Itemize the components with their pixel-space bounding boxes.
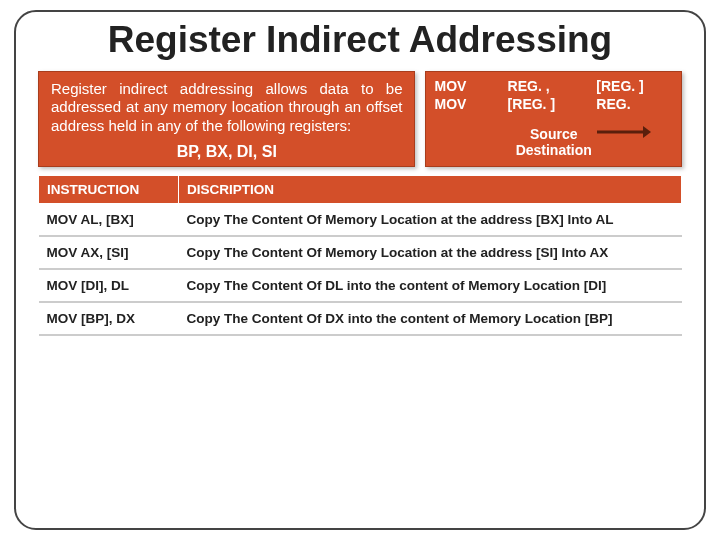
arrow-icon: [593, 123, 651, 141]
syntax-grid: MOV REG. , [REG. ] MOV [REG. ] REG.: [434, 78, 673, 112]
syntax-dst-2: [REG. ]: [508, 96, 585, 112]
slide: Register Indirect Addressing Register in…: [0, 0, 720, 540]
syntax-mov-1: MOV: [434, 78, 495, 94]
instruction-table: INSTRUCTION DISCRIPTION MOV AL, [BX] Cop…: [38, 175, 682, 336]
syntax-box: MOV REG. , [REG. ] MOV [REG. ] REG. Sour…: [425, 71, 682, 167]
table-header-row: INSTRUCTION DISCRIPTION: [39, 175, 682, 203]
th-description: DISCRIPTION: [179, 175, 682, 203]
th-instruction: INSTRUCTION: [39, 175, 179, 203]
cell-instr: MOV [BP], DX: [39, 302, 179, 335]
caption-dest: Destination: [434, 142, 673, 158]
syntax-dst-1: REG. ,: [508, 78, 585, 94]
table-row: MOV AX, [SI] Copy The Content Of Memory …: [39, 236, 682, 269]
cell-instr: MOV AX, [SI]: [39, 236, 179, 269]
table-row: MOV [BP], DX Copy The Content Of DX into…: [39, 302, 682, 335]
syntax-mov-2: MOV: [434, 96, 495, 112]
syntax-src-1: [REG. ]: [596, 78, 673, 94]
description-text: Register indirect addressing allows data…: [51, 80, 402, 135]
cell-desc: Copy The Content Of DX into the content …: [179, 302, 682, 335]
cell-instr: MOV AL, [BX]: [39, 203, 179, 236]
source-dest-caption: Source Destination: [434, 126, 673, 158]
svg-marker-1: [643, 126, 651, 138]
cell-desc: Copy The Content Of Memory Location at t…: [179, 236, 682, 269]
description-box: Register indirect addressing allows data…: [38, 71, 415, 167]
table-row: MOV [DI], DL Copy The Content Of DL into…: [39, 269, 682, 302]
top-row: Register indirect addressing allows data…: [38, 71, 682, 167]
registers-list: BP, BX, DI, SI: [51, 142, 402, 162]
cell-desc: Copy The Content Of DL into the content …: [179, 269, 682, 302]
syntax-src-2: REG.: [596, 96, 673, 112]
slide-title: Register Indirect Addressing: [38, 20, 682, 61]
cell-desc: Copy The Content Of Memory Location at t…: [179, 203, 682, 236]
cell-instr: MOV [DI], DL: [39, 269, 179, 302]
table-row: MOV AL, [BX] Copy The Content Of Memory …: [39, 203, 682, 236]
